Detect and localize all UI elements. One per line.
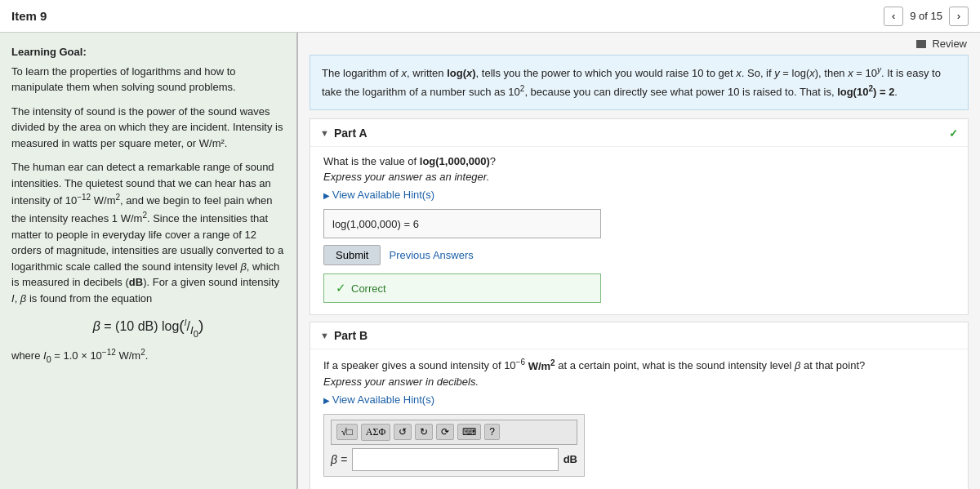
math-help-button[interactable]: ? [484,424,500,440]
formula-subscript: where I0 = 1.0 × 10−12 W/m2. [11,346,285,366]
math-undo-button[interactable]: ↺ [394,424,412,440]
part-a-instruction: Express your answer as an integer. [323,171,955,183]
part-b-header[interactable]: ▼ Part B [310,322,968,349]
part-b-question: If a speaker gives a sound intensity of … [323,358,955,371]
math-reload-button[interactable]: ⟳ [436,424,454,440]
unit-label: dB [564,453,577,465]
sound-range-text: The human ear can detect a remarkable ra… [11,159,285,306]
part-a-body: What is the value of log(1,000,000)? Exp… [310,147,968,314]
math-greek-button[interactable]: ΑΣΦ [361,424,390,441]
part-b-arrow: ▼ [320,331,329,340]
part-b-instruction: Express your answer in decibels. [323,376,955,388]
review-icon [916,40,926,48]
item-title: Item 9 [11,9,47,23]
left-panel: Learning Goal: To learn the properties o… [0,33,298,489]
top-bar: Item 9 ‹ 9 of 15 › [0,0,980,33]
part-a-correct-badge: ✓ Correct [323,273,601,303]
part-a-hint-link[interactable]: View Available Hint(s) [323,189,434,201]
nav-count: 9 of 15 [910,10,942,22]
main-layout: Learning Goal: To learn the properties o… [0,33,980,489]
review-label: Review [932,38,967,50]
part-a-arrow: ▼ [320,128,329,138]
part-a-submit-row: Submit Previous Answers [323,245,955,265]
math-sqrt-button[interactable]: √□ [336,424,358,440]
part-b-body: If a speaker gives a sound intensity of … [310,349,968,489]
math-input-row: β = dB [331,448,577,471]
math-keyboard-button[interactable]: ⌨ [457,424,481,440]
learning-goal-title: Learning Goal: [11,44,285,60]
info-box: The logarithm of x, written log(x), tell… [310,55,969,110]
math-input-container: √□ ΑΣΦ ↺ ↻ ⟳ ⌨ ? β = dB [323,414,585,477]
correct-label: Correct [351,282,386,295]
part-a-question: What is the value of log(1,000,000)? [323,155,955,167]
learning-goal-text: To learn the properties of logarithms an… [11,64,285,96]
nav-controls: ‹ 9 of 15 › [884,7,969,26]
part-a-submit-button[interactable]: Submit [323,245,381,265]
review-bar: Review [298,33,980,51]
correct-check-icon: ✓ [336,281,346,296]
part-a-answer-box: log(1,000,000) = 6 [323,209,601,238]
review-button[interactable]: Review [916,38,967,50]
math-toolbar: √□ ΑΣΦ ↺ ↻ ⟳ ⌨ ? [331,420,577,445]
part-b-label: Part B [334,329,368,342]
beta-input[interactable] [352,448,559,471]
part-a-header[interactable]: ▼ Part A ✓ [310,119,968,147]
part-a-section: ▼ Part A ✓ What is the value of log(1,00… [310,118,969,315]
part-b-section: ▼ Part B If a speaker gives a sound inte… [310,322,969,489]
prev-nav-button[interactable]: ‹ [884,7,903,26]
next-nav-button[interactable]: › [949,7,969,26]
part-a-answer-value: log(1,000,000) = 6 [332,218,419,230]
math-redo-button[interactable]: ↻ [415,424,433,440]
part-a-check: ✓ [949,127,958,140]
formula-display: β = (10 dB) log(I/I0) [11,314,285,341]
part-b-submit-row: Submit [323,483,955,489]
part-a-label: Part A [334,127,368,140]
intensity-definition: The intensity of sound is the power of t… [11,104,285,152]
part-a-prev-answers-link[interactable]: Previous Answers [389,249,473,261]
part-b-hint-link[interactable]: View Available Hint(s) [323,393,434,406]
beta-label: β = [331,453,347,466]
right-panel: Review The logarithm of x, written log(x… [298,33,980,489]
